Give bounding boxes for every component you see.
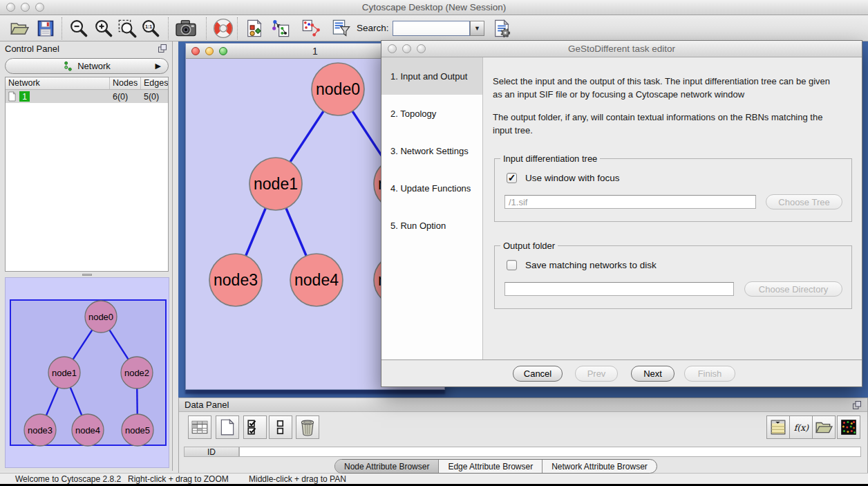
network-tab-label: Network [77,61,111,71]
search-config-button[interactable] [492,19,511,38]
import-attributes-button[interactable] [812,415,836,439]
life-ring-icon [212,17,234,39]
tab-node-attribute-browser[interactable]: Node Attribute Browser [335,460,439,473]
overview-node-label: node0 [88,312,113,322]
document-gear-icon [492,19,511,38]
wizard-steps: 1. Input and Output 2. Topology 3. Netwo… [381,57,483,359]
use-window-with-focus-label: Use window with focus [525,173,620,183]
attribute-table-button[interactable] [188,415,211,439]
svg-text:f(x): f(x) [794,422,809,433]
zoom-selected-region-icon [117,19,137,38]
save-networks-label: Save matching networks to disk [525,260,657,270]
vizmapper-document-icon [245,19,264,38]
open-folder-icon [10,19,29,38]
column-network: Network [6,77,110,89]
table-select-icon [769,418,787,436]
float-panel-button[interactable] [852,400,862,410]
save-session-button[interactable] [36,19,55,38]
output-folder-group-label: Output folder [500,241,558,251]
document-to-network-icon [301,19,321,38]
dialog-titlebar[interactable]: GeStoDifferent task editor [381,41,862,57]
graph-node-label: node0 [316,80,360,98]
unselect-attributes-button[interactable] [269,415,292,439]
float-window-icon [852,400,862,410]
blank-document-icon [218,418,236,436]
step-topology[interactable]: 2. Topology [381,95,482,132]
select-attributes-button[interactable] [243,415,267,439]
unchecked-list-icon [272,418,290,436]
zoom-in-icon [94,19,113,38]
filter-button[interactable] [332,19,351,38]
float-panel-button[interactable] [158,44,167,53]
save-networks-checkbox[interactable] [507,260,517,270]
prev-button: Prev [575,366,618,382]
cancel-button[interactable]: Cancel [513,366,563,382]
overview-node-label: node5 [125,425,150,436]
float-window-icon [158,44,167,53]
network-list-table: Network Nodes Edges 1 6(0) 5(0) [5,77,169,272]
fx-icon: f(x) [792,418,810,436]
attribute-browser-tabs: Node Attribute Browser Edge Attribute Br… [334,459,657,474]
matrix-view-button[interactable] [837,415,860,439]
app-titlebar: Cytoscape Desktop (New Session) [0,0,868,15]
graph-node-label: node4 [294,271,339,289]
function-builder-button[interactable]: f(x) [789,415,813,439]
step-run-option[interactable]: 5. Run Option [381,207,482,244]
open-session-button[interactable] [10,19,29,38]
svg-text:1:1: 1:1 [145,24,152,29]
task-editor-dialog: GeStoDifferent task editor 1. Input and … [381,40,862,387]
step-input-and-output[interactable]: 1. Input and Output [381,57,482,95]
pan-hint: Middle-click + drag to PAN [249,474,346,484]
step-network-settings[interactable]: 3. Network Settings [381,132,482,169]
status-message: Welcome to Cytoscape 2.8.2 [15,474,121,484]
zoom-out-button[interactable] [69,19,88,38]
chevron-down-icon: ▼ [474,25,480,32]
overview-node-label: node1 [52,368,77,378]
checked-list-icon [246,418,264,436]
panel-splitter[interactable] [5,273,169,277]
open-folder-icon [815,418,833,436]
data-panel: Data Panel f(x) ID Node Attribute Browse… [178,398,868,473]
status-bar: Welcome to Cytoscape 2.8.2 Right-click +… [0,473,868,486]
input-tree-path-field[interactable]: /1.sif [504,195,756,209]
tab-network-attribute-browser[interactable]: Network Attribute Browser [542,460,657,473]
delete-attribute-button[interactable] [296,415,319,439]
network-table-header: Network Nodes Edges [6,77,168,90]
table-grid-icon [191,418,209,436]
heatmap-icon [840,418,858,436]
import-network-button[interactable] [271,19,290,38]
next-button[interactable]: Next [631,366,674,382]
zoom-actual-size-button[interactable]: 1:1 [141,19,160,38]
tab-network[interactable]: Network ▶ [5,58,169,74]
vizmapper-button[interactable] [245,19,264,38]
use-window-with-focus-checkbox[interactable]: ✓ [507,173,517,183]
zoom-selected-button[interactable] [117,19,137,38]
main-toolbar: 1:1 Search: ▼ [0,15,868,41]
checkmark-icon: ✓ [508,172,516,183]
export-network-button[interactable] [301,19,321,38]
network-to-document-icon [271,19,290,38]
intro-paragraph-1: Select the input and the output of this … [493,75,842,102]
output-folder-path-field[interactable] [504,282,734,296]
help-button[interactable] [212,17,234,39]
filter-funnel-icon [332,19,351,38]
search-dropdown-button[interactable]: ▼ [470,21,484,36]
step-update-functions[interactable]: 4. Update Functions [381,169,482,207]
tab-edge-attribute-browser[interactable]: Edge Attribute Browser [439,460,542,473]
search-input[interactable] [393,21,470,36]
finish-button: Finish [684,366,735,382]
attribute-list-button[interactable] [766,415,790,439]
overview-node-label: node3 [28,425,53,436]
zoom-in-button[interactable] [94,19,113,38]
document-icon [8,91,17,102]
snapshot-button[interactable] [175,17,197,39]
search-label: Search: [357,23,389,33]
id-column-header[interactable]: ID [184,447,239,457]
dialog-footer: Cancel Prev Next Finish [381,359,862,386]
graph-node-label: node1 [254,175,298,193]
input-tree-group-label: Input differentiation tree [500,153,600,164]
table-row[interactable]: 1 6(0) 5(0) [6,90,168,103]
overview-node-label: node4 [75,425,100,436]
output-folder-group: Output folder Save matching networks to … [494,245,852,309]
new-attribute-button[interactable] [216,415,239,439]
